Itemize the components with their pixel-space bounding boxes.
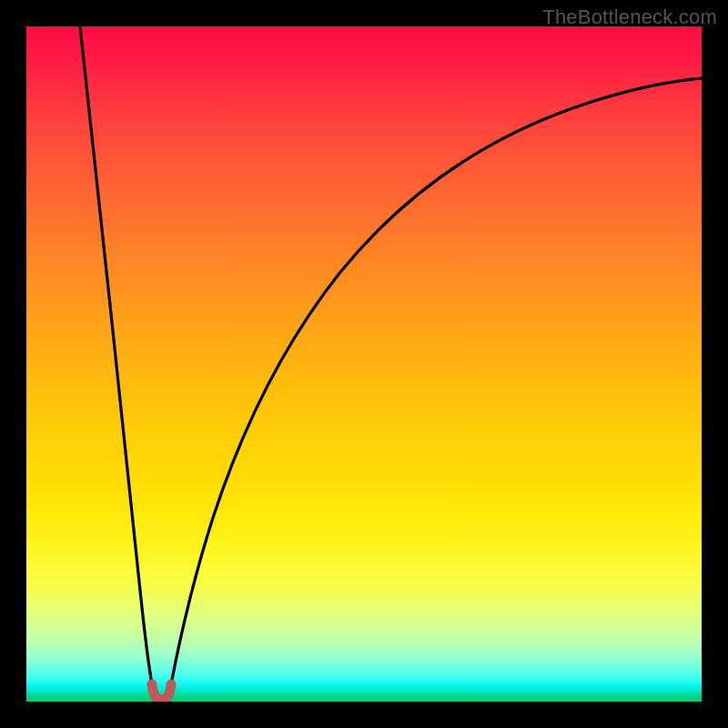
left-branch-curve — [80, 26, 152, 684]
right-branch-curve — [171, 78, 702, 684]
curve-layer — [26, 26, 702, 702]
plot-area — [26, 26, 702, 702]
chart-container: TheBottleneck.com — [0, 0, 728, 728]
min-marker — [152, 684, 171, 700]
watermark-text: TheBottleneck.com — [542, 5, 717, 29]
